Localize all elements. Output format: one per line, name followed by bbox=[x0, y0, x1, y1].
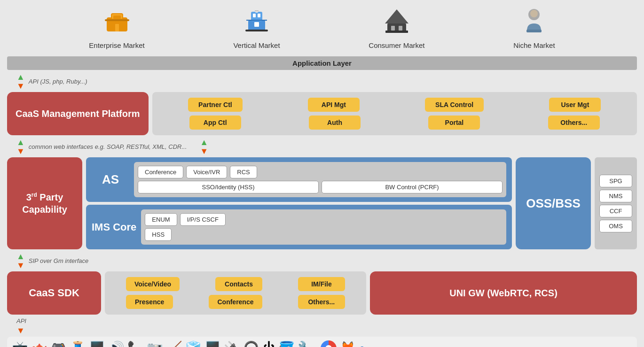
svg-rect-15 bbox=[385, 31, 408, 33]
consumer-icon bbox=[383, 7, 411, 39]
common-web-arrow-right: ▲ ▼ bbox=[200, 138, 208, 155]
svg-marker-13 bbox=[385, 9, 408, 23]
voice-ivr-btn[interactable]: Voice/IVR bbox=[186, 166, 227, 178]
ims-section: IMS Core ENUM I/P/S CSCF HSS bbox=[86, 205, 512, 249]
api-text-1: API (JS, php, Ruby...) bbox=[29, 78, 87, 85]
bw-control-btn[interactable]: BW Control (PCRF) bbox=[322, 181, 503, 193]
ie-icon: e bbox=[359, 342, 364, 347]
as-section: AS Conference Voice/IVR RCS SSO/Identity… bbox=[86, 157, 512, 202]
consumer-market-label: Consumer Market bbox=[369, 41, 424, 49]
sso-identity-btn[interactable]: SSO/Identity (HSS) bbox=[138, 181, 319, 193]
chrome-icon bbox=[321, 340, 337, 347]
app-layer-bar: Application Layer bbox=[7, 56, 637, 70]
vacuum-icon: 🧹 bbox=[166, 342, 182, 347]
common-web-row: ▲ ▼ common web interfaces e.g. SOAP, RES… bbox=[7, 138, 637, 155]
common-web-text: common web interfaces e.g. SOAP, RESTful… bbox=[29, 143, 187, 150]
api-arrow-bottom-row: ▼ bbox=[7, 326, 637, 335]
portal-btn[interactable]: Portal bbox=[428, 116, 480, 130]
user-mgt-btn[interactable]: User Mgt bbox=[549, 98, 601, 112]
as-row-2: SSO/Identity (HSS) BW Control (PCRF) bbox=[138, 181, 503, 193]
conference-btn-as[interactable]: Conference bbox=[138, 166, 183, 178]
contacts-btn[interactable]: Contacts bbox=[215, 277, 262, 291]
arrow-up-1: ▲ bbox=[16, 73, 25, 81]
niche-icon bbox=[520, 7, 548, 39]
as-row-1: Conference Voice/IVR RCS bbox=[138, 166, 503, 178]
camera-icon: 📷 bbox=[147, 342, 163, 347]
svg-point-19 bbox=[530, 10, 538, 17]
arrow-down-1: ▼ bbox=[16, 82, 25, 90]
caas-sdk-row: CaaS SDK Voice/Video Contacts IM/File Pr… bbox=[7, 271, 637, 315]
kettle-icon: 🫖 bbox=[31, 342, 47, 347]
oms-btn[interactable]: OMS bbox=[599, 220, 632, 232]
api-mgt-btn[interactable]: API Mgt bbox=[308, 98, 360, 112]
vertical-market: Vertical Market bbox=[233, 7, 280, 49]
svg-rect-20 bbox=[526, 30, 542, 32]
hss-btn[interactable]: HSS bbox=[145, 228, 172, 241]
enterprise-icon bbox=[103, 7, 131, 39]
oss-bss-inner: SPG NMS CCF OMS bbox=[595, 157, 637, 249]
sip-text: SIP over Gm interface bbox=[29, 257, 88, 264]
caas-sdk-controls: Voice/Video Contacts IM/File Presence Co… bbox=[105, 271, 366, 315]
auth-btn[interactable]: Auth bbox=[309, 116, 361, 130]
sla-control-btn[interactable]: SLA Control bbox=[425, 98, 484, 112]
svg-rect-5 bbox=[115, 24, 119, 31]
uni-gw-box: UNI GW (WebRTC, RCS) bbox=[370, 271, 637, 315]
third-party-box: 3rd PartyCapability bbox=[7, 157, 82, 249]
as-controls: Conference Voice/IVR RCS SSO/Identity (H… bbox=[134, 162, 506, 197]
caas-sdk-box: CaaS SDK bbox=[7, 271, 101, 315]
niche-market: Niche Market bbox=[513, 7, 555, 49]
svg-rect-4 bbox=[105, 19, 129, 21]
im-file-btn[interactable]: IM/File bbox=[298, 277, 345, 291]
caas-mgmt-controls: Partner Ctl API Mgt SLA Control User Mgt… bbox=[152, 92, 637, 135]
as-label: AS bbox=[92, 172, 129, 187]
oss-bss-wrapper: OSS/BSS SPG NMS CCF OMS bbox=[516, 157, 637, 249]
ims-controls: ENUM I/P/S CSCF HSS bbox=[141, 209, 506, 245]
app-ctl-btn[interactable]: App Ctl bbox=[189, 116, 241, 130]
ipscscf-btn[interactable]: I/P/S CSCF bbox=[180, 213, 226, 226]
api-row-1: ▲ ▼ API (JS, php, Ruby...) bbox=[7, 73, 637, 90]
washer-icon: 🪣 bbox=[278, 342, 295, 347]
others-sdk-btn[interactable]: Others... bbox=[298, 295, 345, 309]
ccf-btn[interactable]: CCF bbox=[599, 205, 632, 217]
presence-btn[interactable]: Presence bbox=[126, 295, 173, 309]
sdk-row-2: Presence Conference Others... bbox=[110, 295, 361, 309]
enterprise-market-label: Enterprise Market bbox=[89, 41, 144, 49]
ims-label: IMS Core bbox=[92, 221, 136, 233]
api-arrow-2: ▼ bbox=[16, 326, 25, 335]
fridge-icon: 🧊 bbox=[185, 342, 202, 347]
svg-rect-8 bbox=[253, 14, 256, 17]
consumer-market: Consumer Market bbox=[369, 7, 424, 49]
spg-btn[interactable]: SPG bbox=[599, 175, 632, 187]
partner-ctl-btn[interactable]: Partner Ctl bbox=[188, 98, 243, 112]
third-party-row: 3rd PartyCapability AS Conference Voice/… bbox=[7, 157, 637, 249]
headphones-icon: 🎧 bbox=[243, 342, 259, 347]
iron-icon: 🔧 bbox=[298, 342, 314, 347]
screen-icon: 🖥️ bbox=[204, 342, 221, 347]
sip-arrow: ▲ ▼ bbox=[16, 252, 25, 270]
others-btn[interactable]: Others... bbox=[548, 116, 600, 130]
caas-mgmt-row: CaaS Management Platform Partner Ctl API… bbox=[7, 92, 637, 135]
speaker-icon: 🔊 bbox=[108, 342, 125, 347]
rcs-btn[interactable]: RCS bbox=[230, 166, 257, 178]
voice-video-btn[interactable]: Voice/Video bbox=[126, 277, 180, 291]
svg-rect-16 bbox=[391, 26, 395, 31]
firefox-icon: 🦊 bbox=[339, 342, 356, 347]
controls-row-2: App Ctl Auth Portal Others... bbox=[158, 116, 631, 130]
ims-row-2: HSS bbox=[145, 228, 503, 241]
tv-icon: 📺 bbox=[12, 342, 28, 347]
conference-sdk-btn[interactable]: Conference bbox=[209, 295, 262, 309]
svg-rect-9 bbox=[258, 14, 260, 17]
api-bottom-row: API bbox=[7, 317, 637, 324]
phone-icon: 📞 bbox=[127, 342, 144, 347]
monitor-icon: 🖥️ bbox=[89, 342, 105, 347]
markets-row: Enterprise Market Vertical Market bbox=[7, 5, 637, 54]
gamepad-icon: 🎮 bbox=[50, 342, 67, 347]
device-icons-row: 📺 🫖 🎮 🧵 🖥️ 🔊 📞 📷 🧹 🧊 🖥️ 🔌 🎧 ⏻ 🪣 🔧 🦊 bbox=[7, 337, 637, 347]
svg-rect-17 bbox=[399, 26, 402, 31]
api-text-2: API bbox=[16, 317, 26, 324]
api-arrow-1: ▲ ▼ bbox=[16, 73, 25, 90]
power-btn-icon: ⏻ bbox=[262, 342, 275, 347]
nms-btn[interactable]: NMS bbox=[599, 190, 632, 202]
sip-row: ▲ ▼ SIP over Gm interface bbox=[7, 252, 637, 270]
enum-btn[interactable]: ENUM bbox=[145, 213, 177, 226]
